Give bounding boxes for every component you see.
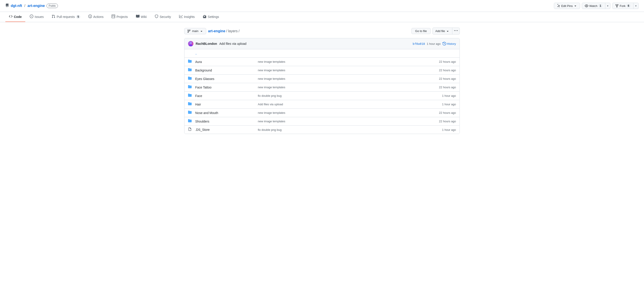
file-name[interactable]: Nose and Mouth xyxy=(195,111,218,115)
file-name[interactable]: Shoulders xyxy=(195,120,209,123)
pull-requests-count: 5 xyxy=(76,15,80,19)
file-name-col: Shoulders xyxy=(195,120,258,123)
file-name-col: .DS_Store xyxy=(195,128,258,131)
tab-issues[interactable]: Issues xyxy=(26,12,47,22)
file-commit[interactable]: fix double png bug xyxy=(258,128,429,131)
breadcrumb-repo[interactable]: art-engine xyxy=(208,29,225,33)
tab-pull-requests[interactable]: Pull requests 5 xyxy=(48,12,84,22)
table-row: Aura new image templates 22 hours ago xyxy=(184,58,460,66)
file-icon-col xyxy=(188,85,195,90)
file-commit[interactable]: Add files via upload xyxy=(258,103,429,106)
history-button[interactable]: History xyxy=(442,42,456,46)
file-name-col: Nose and Mouth xyxy=(195,111,258,115)
tab-code-label: Code xyxy=(14,15,22,19)
commit-message: Add files via upload xyxy=(219,42,246,46)
folder-icon xyxy=(188,85,192,90)
file-icon-col xyxy=(188,119,195,124)
more-options-button[interactable] xyxy=(452,28,460,35)
tab-wiki[interactable]: Wiki xyxy=(132,12,150,22)
folder-icon xyxy=(188,110,192,115)
folder-icon xyxy=(188,119,192,124)
file-commit[interactable]: new image templates xyxy=(258,86,429,89)
file-name[interactable]: Face Tattoo xyxy=(195,86,212,89)
tab-code[interactable]: Code xyxy=(5,12,25,22)
file-commit[interactable]: new image templates xyxy=(258,60,429,63)
file-commit[interactable]: new image templates xyxy=(258,69,429,72)
tab-security[interactable]: Security xyxy=(151,12,175,22)
file-name[interactable]: Hair xyxy=(195,103,201,106)
repo-link[interactable]: art-engine xyxy=(28,4,45,8)
tab-pull-requests-label: Pull requests xyxy=(56,15,75,19)
file-name[interactable]: Aura xyxy=(195,60,202,64)
file-time: 22 hours ago xyxy=(429,77,456,80)
tab-insights-label: Insights xyxy=(184,15,195,19)
commit-hash[interactable]: bf0a018 xyxy=(413,42,425,46)
table-row: Background new image templates 22 hours … xyxy=(184,66,460,75)
top-bar: dgt-nft / art-engine Public Edit Pins Wa… xyxy=(0,0,644,12)
file-commit[interactable]: new image templates xyxy=(258,77,429,80)
table-row: Eyes Glasses new image templates 22 hour… xyxy=(184,75,460,83)
avatar xyxy=(188,41,194,46)
svg-point-0 xyxy=(190,42,192,44)
table-row: .DS_Store fix double png bug 1 hour ago xyxy=(184,126,460,134)
watch-count: 1 xyxy=(598,4,603,8)
file-time: 22 hours ago xyxy=(429,111,456,114)
nav-tabs: Code Issues Pull requests 5 Actions Proj… xyxy=(0,12,644,22)
file-name[interactable]: .DS_Store xyxy=(195,128,210,131)
file-name-col: Background xyxy=(195,69,258,72)
add-file-button[interactable]: Add file xyxy=(432,28,452,35)
parent-dir-row: .. xyxy=(184,49,460,58)
file-commit[interactable]: new image templates xyxy=(258,111,429,114)
breadcrumb-sep-2: / xyxy=(238,29,240,33)
tab-actions[interactable]: Actions xyxy=(85,12,107,22)
main-content: main art-engine / layers / Go to file Ad… xyxy=(179,22,465,139)
security-icon xyxy=(155,15,158,19)
file-table: RachBLondon Add files via upload bf0a018… xyxy=(184,38,460,134)
issues-icon xyxy=(30,15,33,19)
watch-dropdown-button[interactable]: ▾ xyxy=(605,3,610,9)
fork-dropdown-button[interactable]: ▾ xyxy=(634,3,639,9)
code-icon xyxy=(9,15,12,19)
tab-insights[interactable]: Insights xyxy=(176,12,198,22)
pull-requests-icon xyxy=(52,15,55,19)
owner-link[interactable]: dgt-nft xyxy=(11,4,22,8)
file-name-col: Aura xyxy=(195,60,258,64)
history-label: History xyxy=(447,42,456,46)
file-time: 22 hours ago xyxy=(429,120,456,123)
go-to-file-button[interactable]: Go to file xyxy=(412,28,431,34)
file-name[interactable]: Eyes Glasses xyxy=(195,77,214,81)
tab-projects[interactable]: Projects xyxy=(108,12,132,22)
file-time: 1 hour ago xyxy=(429,128,456,131)
edit-pins-button[interactable]: Edit Pins xyxy=(554,3,580,9)
parent-dir-link[interactable]: .. xyxy=(195,52,197,55)
commit-info: RachBLondon Add files via upload xyxy=(188,41,246,46)
file-name[interactable]: Face xyxy=(195,94,202,98)
fork-count: 6 xyxy=(626,4,630,8)
watch-label: Watch xyxy=(589,4,597,8)
file-name[interactable]: Background xyxy=(195,69,212,72)
tab-security-label: Security xyxy=(160,15,171,19)
folder-icon xyxy=(188,93,192,98)
actions-icon xyxy=(88,15,92,19)
commit-author[interactable]: RachBLondon xyxy=(196,42,217,46)
fork-label: Fork xyxy=(620,4,626,8)
fork-button[interactable]: Fork 6 xyxy=(612,3,634,9)
fork-group: Fork 6 ▾ xyxy=(612,3,639,9)
commit-row: RachBLondon Add files via upload bf0a018… xyxy=(184,38,460,49)
folder-icon xyxy=(188,102,192,107)
tab-actions-label: Actions xyxy=(93,15,104,19)
commit-time: 1 hour ago xyxy=(427,42,440,46)
branch-selector[interactable]: main xyxy=(184,28,206,34)
file-commit[interactable]: new image templates xyxy=(258,120,429,123)
file-time: 1 hour ago xyxy=(429,94,456,97)
table-row: Shoulders new image templates 22 hours a… xyxy=(184,117,460,126)
file-time: 22 hours ago xyxy=(429,60,456,63)
file-rows: Aura new image templates 22 hours ago Ba… xyxy=(184,58,460,134)
watch-button[interactable]: Watch 1 xyxy=(582,3,605,9)
file-commit[interactable]: fix double png bug xyxy=(258,94,429,97)
repo-icon xyxy=(5,4,9,8)
commit-meta: bf0a018 1 hour ago History xyxy=(413,42,456,46)
tab-settings[interactable]: Settings xyxy=(199,12,223,22)
file-time: 1 hour ago xyxy=(429,103,456,106)
breadcrumb-sep-1: / xyxy=(226,29,227,33)
